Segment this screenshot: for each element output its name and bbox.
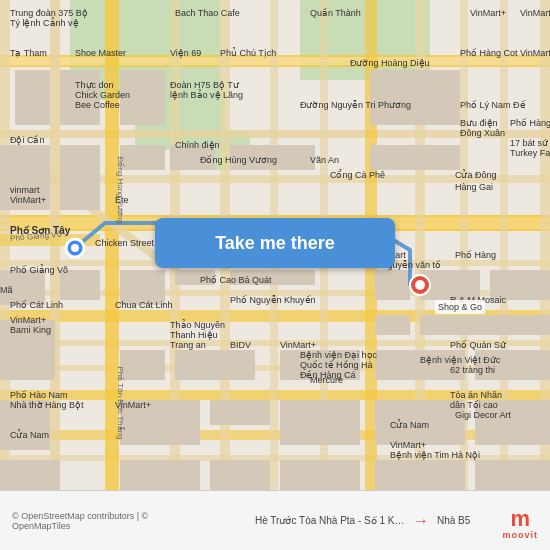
map-label-quoc-te-hong-ha: Quốc tế Hồng Hà <box>300 360 373 370</box>
map-label-lenh-bao-ve: lệnh Bảo vệ Lăng <box>170 90 243 100</box>
svg-rect-60 <box>375 270 410 300</box>
svg-rect-54 <box>210 460 270 490</box>
map-label-nguyen-tri: Đường Nguyễn Tri Phương <box>300 100 411 110</box>
map-label-vinmart-cat-linh: VinMart+ <box>10 315 46 325</box>
map-label-pho-nguyen-khuyen: Phố Nguyễn Khuyến <box>230 295 316 305</box>
map-label-ta-tham: Tạ Tham <box>10 48 47 58</box>
svg-rect-49 <box>120 350 165 380</box>
map-label-toa-an-nhan-dan: Tòa án Nhân <box>450 390 502 400</box>
map-label-thao-nguyen: Thảo Nguyên <box>170 320 225 330</box>
svg-rect-53 <box>120 460 200 490</box>
map-label-vien69: Viện 69 <box>170 48 201 58</box>
map-label-pho-hang-cot: Phố Hàng Cot <box>460 48 518 58</box>
svg-rect-36 <box>60 145 100 210</box>
map-label-benh-vien-tim: Bệnh viện Tim Hà Nội <box>390 450 480 460</box>
svg-rect-50 <box>175 350 255 380</box>
map-label-vinmart-plus: VinMart+ <box>10 195 46 205</box>
map-label-pho-cat-linh: Phố Cát Linh <box>10 300 63 310</box>
map-label-62-trang-thi: 62 tràng thi <box>450 365 495 375</box>
take-me-there-button[interactable]: Take me there <box>155 218 395 268</box>
map-label-vinmart-plus2: VinMart+ <box>280 340 316 350</box>
svg-rect-56 <box>280 400 360 445</box>
svg-rect-63 <box>375 315 410 335</box>
map-label-bidv: BIDV <box>230 340 251 350</box>
map-label-doi-can: Đội Cần <box>10 135 45 145</box>
map-label-pho-ly-nam: Phố Lý Nam Đế <box>460 100 526 110</box>
map-label-shoe: Shoe Master <box>75 48 126 58</box>
svg-rect-67 <box>375 460 465 490</box>
map-label-ty-lenh: Tý lệnh Cảnh vệ <box>10 18 79 28</box>
map-label-pho-hang: Phố Hàng <box>455 250 496 260</box>
map-label-gigi-decor: Gigi Decor Art <box>455 410 511 420</box>
svg-rect-33 <box>15 70 50 125</box>
map-label-cua-nam2: Cửa Nam <box>390 420 429 430</box>
map-label-phu-chi-tich: Phủ Chú Tịch <box>220 48 276 58</box>
map-label-toi-cao: dân Tối cao <box>450 400 498 410</box>
map-label-vinmart-top2: VinMart <box>520 8 550 18</box>
svg-rect-52 <box>210 400 270 425</box>
map-label-17-bat-su: 17 bát sứ <box>510 138 548 148</box>
map-label-dong-xuan: Đông Xuân <box>460 128 505 138</box>
map-label-van-an: Văn An <box>310 155 339 165</box>
route-origin: Hè Trước Tòa Nhà Pta - Số 1 Kim Mã <box>255 515 405 526</box>
map-label-cong-ca: Cổng Cà Phê <box>330 170 385 180</box>
map-label-turkey: Turkey Fashion <box>510 148 550 158</box>
route-arrow-icon: → <box>413 512 429 530</box>
osm-credit: © OpenStreetMap contributors | © OpenMap… <box>12 511 187 531</box>
moovit-logo: m moovit <box>502 508 538 540</box>
map-container: Take me there Shop & Go Trung đoàn 375 B… <box>0 0 550 490</box>
road-label-hung-vuong-v: Đống Hùng Vương <box>116 157 125 224</box>
svg-rect-57 <box>280 460 360 490</box>
map-label-hang-ga: Hàng Gai <box>455 182 493 192</box>
map-label-vinmart-top: VinMart+ <box>470 8 506 18</box>
map-label-trang-an: Trang an <box>170 340 206 350</box>
shop-go-label: Shop & Go <box>435 300 485 314</box>
svg-rect-59 <box>370 145 460 170</box>
map-label-bami-king: Bami King <box>10 325 51 335</box>
map-label-pho-hang-vai: Phố Hàng Vải <box>510 118 550 128</box>
map-label-quan-thanh: Quần Thành <box>310 8 361 18</box>
map-label-vinmart-bottom2: VinMart+ <box>390 440 426 450</box>
map-label-chicken-street: Chicken Street <box>95 238 154 248</box>
moovit-m-icon: m <box>510 508 530 530</box>
map-label-doan-h75: Đoàn H75 Bộ Tư <box>170 80 239 90</box>
map-label-chick-garden: Chick Garden <box>75 90 130 100</box>
osm-credit-container: © OpenStreetMap contributors | © OpenMap… <box>12 511 187 531</box>
map-label-cua-nam: Cửa Nam <box>10 430 49 440</box>
map-label-pho-cao-ba-quat: Phố Cao Bá Quát <box>200 275 272 285</box>
bottom-bar: © OpenStreetMap contributors | © OpenMap… <box>0 490 550 550</box>
map-label-trung-doan: Trung đoàn 375 Bộ <box>10 8 88 18</box>
map-label-bee-coffee: Bee Coffee <box>75 100 120 110</box>
map-label-bach-thao: Bach Thao Cafe <box>175 8 240 18</box>
map-label-buu-dien: Bưu điện <box>460 118 498 128</box>
svg-point-75 <box>415 280 425 290</box>
map-label-benh-vien-viet-duc: Bệnh viện Việt Đức <box>420 355 500 365</box>
svg-rect-45 <box>120 145 165 170</box>
map-label-pho-giang-vo: Phố Giảng Võ <box>10 265 68 275</box>
map-label-ma: Mã <box>0 285 13 295</box>
svg-point-73 <box>71 244 79 252</box>
svg-rect-41 <box>0 460 60 490</box>
map-label-hung-vuong: Đống Hùng Vương <box>200 155 277 165</box>
map-label-nha-tho-hang-bot: Nhà thờ Hàng Bột <box>10 400 84 410</box>
map-label-vinmart-r: VinMart <box>520 48 550 58</box>
map-label-pho-quan-su: Phố Quán Sứ <box>450 340 506 350</box>
map-label-thuc-don: Thực don <box>75 80 114 90</box>
svg-rect-71 <box>475 460 550 490</box>
map-label-benh-vien-dai-hoc: Bệnh viện Đại học <box>300 350 377 360</box>
route-destination: Nhà B5 <box>437 515 470 526</box>
map-label-vinmart-left: vinmart <box>10 185 40 195</box>
road-label-ton-duc-thang: Phố Tôn Đức Thắng <box>116 367 125 440</box>
map-label-chua-cat-linh: Chua Cát Linh <box>115 300 173 310</box>
map-label-pho-hao-nam: Phố Hào Nam <box>10 390 68 400</box>
map-label-hoang-dieu: Đường Hoàng Diệu <box>350 58 430 68</box>
map-label-mercure: Mercure <box>310 375 343 385</box>
svg-rect-68 <box>475 315 550 335</box>
map-label-chinh-dien: Chính điện <box>175 140 220 150</box>
route-info: Hè Trước Tòa Nhà Pta - Số 1 Kim Mã → Nhà… <box>187 512 538 530</box>
moovit-brand: moovit <box>502 530 538 540</box>
map-label-cua-dong: Cửa Đông <box>455 170 497 180</box>
map-label-thanh-hieu: Thanh Hiệu <box>170 330 218 340</box>
svg-rect-58 <box>370 70 460 125</box>
